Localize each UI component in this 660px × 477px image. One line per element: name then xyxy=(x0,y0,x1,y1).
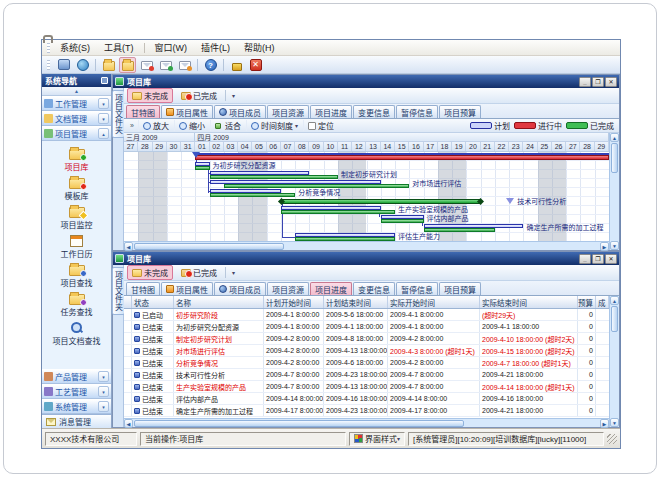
tab-w1-3[interactable]: 项目资源 xyxy=(267,105,309,118)
group-toggle-icon[interactable]: ▾ xyxy=(98,98,109,109)
overflow-dropdown-icon[interactable]: ▾ xyxy=(229,92,238,99)
computer-button[interactable] xyxy=(55,57,72,73)
table-row-7[interactable]: 已结束评估内部产品2009-4-14 8:00:002009-4-16 18:0… xyxy=(124,393,609,405)
menu-item-2[interactable]: 窗口(W) xyxy=(148,40,195,55)
help-button[interactable] xyxy=(202,57,219,73)
scrollbar-thumb[interactable] xyxy=(611,143,618,173)
sidebar-tab-messages[interactable]: 消息管理 xyxy=(42,414,111,428)
pin-icon[interactable] xyxy=(101,77,108,84)
filter-button-w1-1[interactable]: 已完成 xyxy=(176,88,222,103)
sidebar-group-1[interactable]: 文档管理▾ xyxy=(42,111,111,126)
table-horizontal-scrollbar[interactable] xyxy=(124,418,609,427)
locate-button[interactable]: 定位 xyxy=(303,120,338,131)
minimize-button[interactable]: _ xyxy=(579,254,591,264)
lock-button[interactable] xyxy=(228,57,245,73)
table-row-5[interactable]: 已结束技术可行性分析2009-4-7 8:00:002009-4-23 18:0… xyxy=(124,369,609,381)
gantt-actual-bar[interactable] xyxy=(381,219,424,223)
sidebar-item-4[interactable]: 项目查找 xyxy=(42,262,111,288)
tab-w2-0[interactable]: 甘特图 xyxy=(126,282,160,295)
scroll-left-button[interactable] xyxy=(124,242,133,251)
gantt-actual-bar[interactable] xyxy=(195,166,209,170)
folder-view-button[interactable] xyxy=(119,57,136,73)
zoom-out-button[interactable]: 缩小 xyxy=(174,120,209,131)
sidebar-item-2[interactable]: 项目监控 xyxy=(42,204,111,230)
resize-grip[interactable] xyxy=(607,434,617,444)
tab-w1-4[interactable]: 项目进度 xyxy=(310,105,352,118)
scroll-right-button[interactable] xyxy=(600,419,609,428)
tab-w2-6[interactable]: 暂停信息 xyxy=(396,282,438,295)
status-style-selector[interactable]: 界面样式 ▾ xyxy=(349,432,405,446)
close-button[interactable]: ✕ xyxy=(605,254,617,264)
tab-w1-1[interactable]: 项目属性 xyxy=(161,105,213,118)
tab-w2-4[interactable]: 项目进度 xyxy=(310,282,352,295)
gantt-horizontal-scrollbar[interactable] xyxy=(124,241,609,250)
gantt-vertical-scrollbar[interactable] xyxy=(609,133,619,250)
close-button[interactable]: ✕ xyxy=(605,77,617,87)
filter-button-w2-0[interactable]: 未完成 xyxy=(127,265,173,280)
tab-w2-2[interactable]: 项目成员 xyxy=(214,282,266,295)
tab-w2-7[interactable]: 项目预算 xyxy=(439,282,481,295)
column-header-2[interactable]: 计划开始时间 xyxy=(264,296,324,308)
table-row-6[interactable]: 已结束生产实验室规模的产品2009-4-7 8:00:002009-4-13 1… xyxy=(124,381,609,393)
mail-flag-button[interactable] xyxy=(176,57,193,73)
gantt-actual-bar[interactable] xyxy=(281,210,395,214)
menu-item-3[interactable]: 插件(L) xyxy=(194,40,237,55)
table-row-2[interactable]: 已结束制定初步研究计划2009-4-2 8:00:002009-4-8 18:0… xyxy=(124,333,609,345)
restore-button[interactable]: ❐ xyxy=(592,254,604,264)
menu-item-4[interactable]: 帮助(H) xyxy=(237,40,282,55)
menu-item-1[interactable]: 工具(T) xyxy=(97,40,141,55)
table-vertical-scrollbar[interactable] xyxy=(609,296,619,427)
restore-button[interactable]: ❐ xyxy=(592,77,604,87)
fit-button[interactable]: 适合 xyxy=(210,120,245,131)
tab-w1-7[interactable]: 项目预算 xyxy=(439,105,481,118)
scroll-up-button[interactable] xyxy=(610,133,619,142)
gantt-actual-bar[interactable] xyxy=(295,237,395,241)
scrollbar-thumb[interactable] xyxy=(611,306,618,332)
sidebar-group-4[interactable]: 工艺管理▾ xyxy=(42,384,111,399)
overflow-chevron-icon[interactable]: » xyxy=(127,122,137,129)
scroll-down-button[interactable] xyxy=(610,241,619,250)
sidebar-collapse-button[interactable]: ▲ xyxy=(42,87,111,96)
sidebar-group-3[interactable]: 产品管理▾ xyxy=(42,369,111,384)
sidebar-item-3[interactable]: 工作日历 xyxy=(42,233,111,259)
scrollbar-thumb[interactable] xyxy=(134,420,464,427)
scroll-down-button[interactable] xyxy=(610,418,619,427)
zoom-in-button[interactable]: 放大 xyxy=(138,120,173,131)
filter-button-w1-0[interactable]: 未完成 xyxy=(127,88,173,103)
table-row-8[interactable]: 已结束确定生产所需的加工过程2009-4-17 8:00:002009-4-23… xyxy=(124,405,609,417)
column-header-3[interactable]: 计划结束时间 xyxy=(324,296,388,308)
sidebar-group-2[interactable]: 项目管理▴ xyxy=(42,126,111,141)
tab-w2-5[interactable]: 变更信息 xyxy=(353,282,395,295)
sidebar-group-0[interactable]: 工作管理▾ xyxy=(42,96,111,111)
window-titlebar[interactable]: 项目库 _❐✕ xyxy=(113,252,619,265)
folder-open-button[interactable] xyxy=(100,57,117,73)
tab-w1-2[interactable]: 项目成员 xyxy=(214,105,266,118)
table-row-1[interactable]: 已结束为初步研究分配资源2009-4-1 8:00:002009-4-1 18:… xyxy=(124,321,609,333)
sidebar-item-1[interactable]: 模板库 xyxy=(42,175,111,201)
scroll-up-button[interactable] xyxy=(610,296,619,305)
gantt-summary-complete-bar[interactable] xyxy=(281,199,481,204)
overflow-dropdown-icon[interactable]: ▾ xyxy=(229,269,238,276)
menu-item-0[interactable]: 系统(S) xyxy=(53,40,97,55)
mail-read-button[interactable] xyxy=(157,57,174,73)
sidebar-item-6[interactable]: 项目文档查找 xyxy=(42,320,111,346)
gantt-summary-progress-bar[interactable] xyxy=(195,155,609,160)
scroll-left-button[interactable] xyxy=(124,419,133,428)
group-toggle-icon[interactable]: ▾ xyxy=(98,371,109,382)
gantt-actual-bar[interactable] xyxy=(210,175,338,179)
gantt-chart[interactable]: 为初步研究分配资源制定初步研究计划对市场进行评估分析竞争情况技术可行性分析生产实… xyxy=(124,152,609,241)
filter-button-w2-1[interactable]: 已完成 xyxy=(176,265,222,280)
group-toggle-icon[interactable]: ▾ xyxy=(98,113,109,124)
column-header-5[interactable]: 实际结束时间 xyxy=(480,296,578,308)
column-header-4[interactable]: 实际开始时间 xyxy=(388,296,480,308)
group-toggle-icon[interactable]: ▾ xyxy=(98,386,109,397)
project-folder-tab[interactable]: 项目文件夹 xyxy=(112,267,125,315)
table-row-0[interactable]: 已启动初步研究阶段2009-4-1 8:00:002009-5-6 18:00:… xyxy=(124,309,609,321)
minimize-button[interactable]: _ xyxy=(579,77,591,87)
column-header-7[interactable]: 成 xyxy=(596,296,609,308)
tab-w2-3[interactable]: 项目资源 xyxy=(267,282,309,295)
column-header-1[interactable]: 名称 xyxy=(174,296,264,308)
gantt-actual-bar[interactable] xyxy=(210,193,296,197)
tab-w1-5[interactable]: 变更信息 xyxy=(353,105,395,118)
table-row-3[interactable]: 已结束对市场进行评估2009-4-2 8:00:002009-4-13 18:0… xyxy=(124,345,609,357)
